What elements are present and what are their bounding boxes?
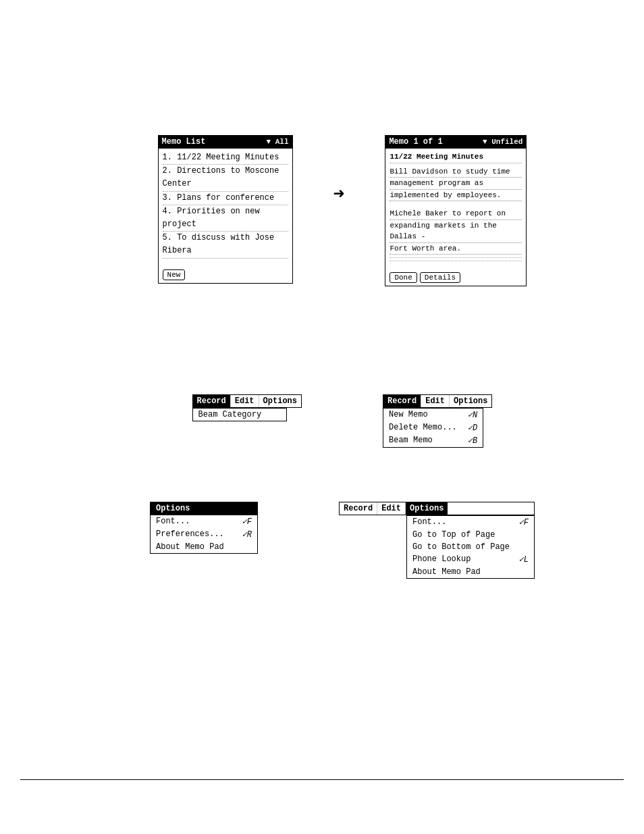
menu-bar-options-right: Record Edit Options: [339, 502, 535, 515]
delete-memo-item[interactable]: Delete Memo... ✓D: [383, 421, 483, 434]
font-item-right[interactable]: Font... ✓F: [407, 516, 534, 529]
bottom-section: Options Font... ✓F Preferences... ✓R Abo…: [0, 502, 644, 579]
about-memo-pad-item-left[interactable]: About Memo Pad: [151, 541, 257, 553]
new-button[interactable]: New: [163, 269, 186, 280]
memo-detail-header: Memo 1 of 1 ▼ Unfiled: [385, 136, 526, 149]
done-button[interactable]: Done: [390, 272, 417, 283]
list-item[interactable]: 2. Directions to Moscone Center: [163, 165, 288, 191]
memo-line: expanding markets in the Dallas -: [390, 220, 522, 243]
about-memo-pad-item-right[interactable]: About Memo Pad: [407, 566, 534, 578]
beam-category-dropdown: Beam Category: [192, 408, 287, 421]
memo-list-header: Memo List ▼ All: [159, 136, 292, 149]
arrow-container: ➜: [333, 135, 345, 205]
memo-title: 11/22 Meeting Minutes: [390, 151, 522, 163]
middle-section: Record Edit Options Beam Category Record…: [0, 394, 644, 448]
edit-menu-item[interactable]: Edit: [231, 395, 259, 407]
edit-label-r[interactable]: Edit: [377, 502, 406, 515]
go-to-bottom-item[interactable]: Go to Bottom of Page: [407, 541, 534, 553]
options-menu-left-group: Options Font... ✓F Preferences... ✓R Abo…: [150, 502, 258, 554]
record-menu-item-r[interactable]: Record: [383, 395, 421, 407]
page-container: Memo List ▼ All 1. 11/22 Meeting Minutes…: [0, 0, 644, 834]
right-arrow-icon: ➜: [333, 182, 345, 205]
memo-line: Michele Baker to report on: [390, 208, 522, 220]
record-menu-right-group: Record Edit Options New Memo ✓N Delete M…: [383, 394, 492, 448]
preferences-item[interactable]: Preferences... ✓R: [151, 528, 257, 541]
memo-paragraph-1: Bill Davidson to study time management p…: [390, 166, 522, 202]
record-dropdown: New Memo ✓N Delete Memo... ✓D Beam Memo …: [383, 408, 483, 448]
memo-detail-content: 11/22 Meeting Minutes Bill Davidson to s…: [385, 149, 526, 267]
memo-list-footer: New: [159, 267, 292, 283]
list-item[interactable]: 5. To discuss with Jose Ribera: [163, 232, 288, 258]
options-label-r[interactable]: Options: [406, 502, 448, 515]
memo-paragraph-2: Michele Baker to report on expanding mar…: [390, 208, 522, 255]
font-item-left[interactable]: Font... ✓F: [151, 515, 257, 528]
memo-list-items: 1. 11/22 Meeting Minutes 2. Directions t…: [159, 149, 292, 261]
options-menu-item[interactable]: Options: [259, 395, 301, 407]
list-item[interactable]: 1. 11/22 Meeting Minutes: [163, 151, 288, 165]
memo-line: management program as: [390, 178, 522, 190]
go-to-top-item[interactable]: Go to Top of Page: [407, 529, 534, 541]
menu-bar-left: Record Edit Options: [192, 394, 302, 408]
options-title-left: Options: [150, 502, 258, 515]
beam-category-item[interactable]: Beam Category: [193, 409, 286, 421]
options-dropdown-left: Font... ✓F Preferences... ✓R About Memo …: [150, 515, 258, 554]
list-item[interactable]: 3. Plans for conference: [163, 192, 288, 205]
details-button[interactable]: Details: [420, 272, 460, 283]
options-menu-right-group: Record Edit Options Font... ✓F Go to Top…: [339, 502, 535, 579]
memo-detail-title: Memo 1 of 1: [389, 137, 442, 147]
menu-bar-right: Record Edit Options: [383, 394, 492, 408]
memo-line: Fort Worth area.: [390, 243, 522, 255]
record-menu-item[interactable]: Record: [193, 395, 231, 407]
options-menu-item-r[interactable]: Options: [450, 395, 491, 407]
new-memo-item[interactable]: New Memo ✓N: [383, 409, 483, 421]
top-section: Memo List ▼ All 1. 11/22 Meeting Minutes…: [0, 0, 644, 286]
memo-detail-footer: Done Details: [385, 269, 526, 286]
memo-list-title: Memo List: [162, 137, 206, 147]
options-dropdown-right: Font... ✓F Go to Top of Page Go to Botto…: [406, 515, 535, 579]
edit-menu-item-r[interactable]: Edit: [421, 395, 450, 407]
memo-list-dropdown[interactable]: ▼ All: [267, 138, 289, 146]
bottom-divider: [20, 779, 624, 780]
record-label-r[interactable]: Record: [340, 502, 377, 515]
memo-list-panel: Memo List ▼ All 1. 11/22 Meeting Minutes…: [158, 135, 293, 284]
memo-line: implemented by employees.: [390, 190, 522, 202]
phone-lookup-item[interactable]: Phone Lookup ✓L: [407, 553, 534, 566]
record-menu-left-group: Record Edit Options Beam Category: [192, 394, 302, 421]
beam-memo-item[interactable]: Beam Memo ✓B: [383, 434, 483, 447]
list-item[interactable]: 4. Priorities on new project: [163, 205, 288, 232]
memo-line: Bill Davidson to study time: [390, 166, 522, 178]
memo-detail-dropdown[interactable]: ▼ Unfiled: [483, 138, 522, 146]
memo-detail-panel: Memo 1 of 1 ▼ Unfiled 11/22 Meeting Minu…: [385, 135, 527, 286]
